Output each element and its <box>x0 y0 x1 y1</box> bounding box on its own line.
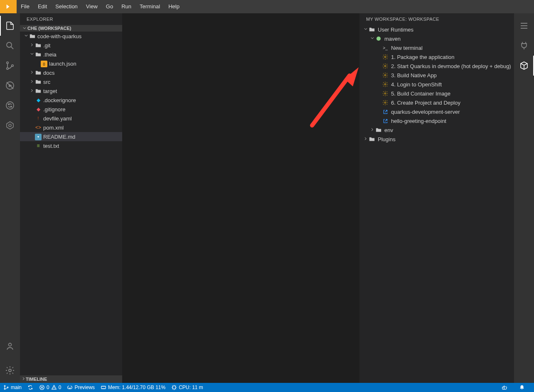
svg-rect-22 <box>101 386 106 388</box>
workspace-item[interactable]: Plugins <box>359 135 514 144</box>
status-bell-icon[interactable] <box>519 385 525 390</box>
menu-item-edit[interactable]: Edit <box>34 0 51 13</box>
activity-explorer-icon[interactable] <box>0 16 20 36</box>
workspace-panel-title: MY WORKSPACE: WORKSPACE <box>359 13 514 25</box>
menu-item-terminal[interactable]: Terminal <box>135 0 164 13</box>
chevron-icon <box>29 70 35 75</box>
gear-icon <box>382 54 389 60</box>
activity-sync-icon[interactable] <box>0 96 20 115</box>
tree-folder[interactable]: .theia <box>20 50 122 59</box>
svg-point-11 <box>384 56 386 58</box>
svg-point-14 <box>384 83 386 85</box>
svg-point-9 <box>9 369 11 372</box>
timeline-header[interactable]: TIMELINE <box>20 375 122 383</box>
workspace-item-label: 4. Login to OpenShift <box>391 81 442 88</box>
activity-workspace-icon[interactable] <box>514 56 534 76</box>
menu-item-help[interactable]: Help <box>164 0 184 13</box>
status-feedback-icon[interactable] <box>502 385 507 390</box>
svg-point-15 <box>384 93 386 94</box>
status-previews[interactable]: Previews <box>67 385 95 390</box>
gear-icon <box>382 72 389 78</box>
menu-item-go[interactable]: Go <box>102 0 117 13</box>
tree-item-label: .git <box>43 42 50 49</box>
workspace-item-label: 5. Build Container Image <box>391 91 450 97</box>
folder-icon <box>375 127 382 133</box>
tree-file[interactable]: ▾README.md <box>20 132 122 141</box>
explorer-title: EXPLORER <box>20 13 122 25</box>
status-problems[interactable]: 0 0 <box>39 385 61 390</box>
status-errors-count: 0 <box>47 385 49 390</box>
tree-item-label: .gitignore <box>43 106 65 113</box>
tree-folder[interactable]: target <box>20 86 122 96</box>
workspace-item[interactable]: 1. Package the application <box>359 52 514 61</box>
workspace-item[interactable]: 4. Login to OpenShift <box>359 80 514 89</box>
tree-file[interactable]: ◆.gitignore <box>20 105 122 114</box>
status-cpu[interactable]: CPU: 11 m <box>171 385 203 390</box>
workspace-item[interactable]: env <box>359 125 514 135</box>
menu-item-selection[interactable]: Selection <box>51 0 81 13</box>
chevron-icon <box>369 36 375 41</box>
tree-item-label: pom.xml <box>43 125 64 131</box>
gear-icon <box>382 63 389 69</box>
tree-folder[interactable]: code-with-quarkus <box>20 32 122 41</box>
activity-plug-icon[interactable] <box>514 36 534 56</box>
workspace-item[interactable]: 6. Create Project and Deploy <box>359 98 514 107</box>
status-memory[interactable]: Mem: 1.44/12.70 GB 11% <box>101 385 165 390</box>
activity-debug-icon[interactable] <box>0 76 20 96</box>
workspace-item[interactable]: hello-greeting-endpoint <box>359 116 514 125</box>
workspace-item[interactable]: 5. Build Container Image <box>359 89 514 98</box>
file-icon: <> <box>35 124 43 131</box>
tree-file[interactable]: {}launch.json <box>20 59 122 68</box>
activity-search-icon[interactable] <box>0 36 20 56</box>
chevron-down-icon <box>22 26 27 30</box>
chevron-icon <box>29 79 35 84</box>
explorer-panel: EXPLORER CHE (WORKSPACE) code-with-quark… <box>20 13 122 383</box>
activity-kubernetes-icon[interactable] <box>0 115 20 135</box>
workspace-panel: MY WORKSPACE: WORKSPACE User Runtimesmav… <box>359 13 514 383</box>
tree-file[interactable]: <>pom.xml <box>20 123 122 132</box>
timeline-label: TIMELINE <box>26 377 47 382</box>
svg-point-5 <box>6 102 14 109</box>
svg-point-16 <box>384 102 386 103</box>
tree-file[interactable]: ◆.dockerignore <box>20 96 122 105</box>
activity-account-icon[interactable] <box>0 336 20 356</box>
activity-settings-icon[interactable] <box>0 360 20 380</box>
chevron-icon <box>369 127 375 132</box>
app-logo[interactable] <box>0 0 17 13</box>
workspace-item[interactable]: 2. Start Quarkus in devmode (hot deploy … <box>359 61 514 71</box>
file-icon: {} <box>41 60 49 67</box>
workspace-item-label: quarkus-development-server <box>391 109 460 115</box>
workspace-item-label: maven <box>384 36 401 42</box>
svg-marker-6 <box>7 122 13 129</box>
tree-file[interactable]: ≡test.txt <box>20 141 122 150</box>
tree-folder[interactable]: src <box>20 77 122 86</box>
file-icon: ▾ <box>35 133 43 140</box>
file-icon: ! <box>35 115 43 122</box>
activity-scm-icon[interactable] <box>0 56 20 76</box>
tree-folder[interactable]: docs <box>20 68 122 77</box>
file-icon: ≡ <box>35 142 43 149</box>
status-memory-label: Mem: 1.44/12.70 GB 11% <box>108 385 165 390</box>
chevron-icon <box>363 27 369 32</box>
workspace-item[interactable]: quarkus-development-server <box>359 107 514 116</box>
workspace-item-label: 1. Package the application <box>391 54 455 60</box>
tree-file[interactable]: !devfile.yaml <box>20 114 122 123</box>
workspace-section-header[interactable]: CHE (WORKSPACE) <box>20 25 122 32</box>
menu-item-run[interactable]: Run <box>117 0 135 13</box>
status-branch[interactable]: main <box>3 385 22 390</box>
gear-icon <box>382 99 389 106</box>
chevron-icon <box>29 88 35 93</box>
tree-folder[interactable]: .git <box>20 41 122 50</box>
tree-item-label: launch.json <box>49 61 76 67</box>
status-sync[interactable] <box>27 385 33 390</box>
tree-item-label: docs <box>43 70 54 76</box>
menu-item-view[interactable]: View <box>82 0 102 13</box>
workspace-item[interactable]: User Runtimes <box>359 25 514 34</box>
menu-item-file[interactable]: File <box>17 0 34 13</box>
terminal-icon: >_ <box>382 44 389 51</box>
workspace-item[interactable]: 3. Build Native App <box>359 71 514 80</box>
workspace-item[interactable]: >_New terminal <box>359 43 514 52</box>
activity-outline-icon[interactable] <box>514 16 534 36</box>
workspace-item-label: Plugins <box>378 136 396 142</box>
workspace-item[interactable]: maven <box>359 34 514 43</box>
